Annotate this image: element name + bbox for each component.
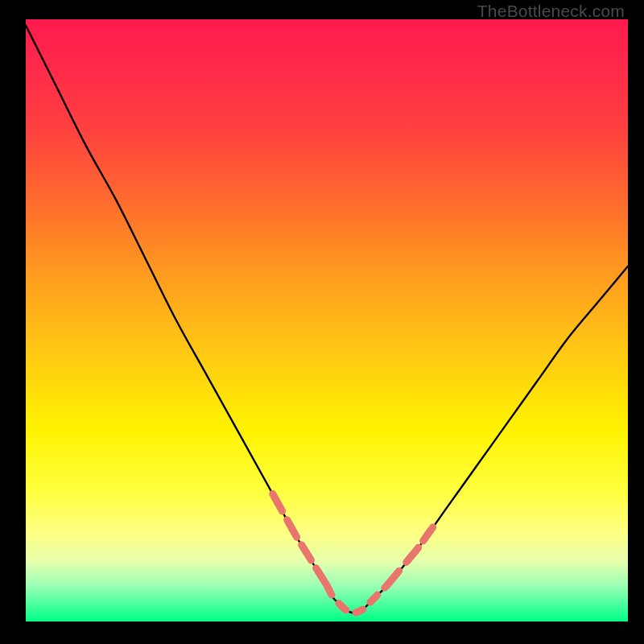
svg-line-29 xyxy=(431,527,433,530)
bottleneck-curve xyxy=(26,19,628,621)
dash-group xyxy=(327,585,387,613)
svg-line-40 xyxy=(375,595,378,597)
watermark-text: TheBottleneck.com xyxy=(477,2,625,21)
curve-path xyxy=(26,25,628,613)
svg-line-34 xyxy=(344,609,346,610)
svg-line-31 xyxy=(329,590,332,595)
svg-line-25 xyxy=(416,547,419,551)
svg-line-7 xyxy=(295,533,297,537)
plot-area xyxy=(26,19,628,621)
svg-line-37 xyxy=(361,609,363,610)
svg-line-11 xyxy=(309,556,312,560)
dash-group xyxy=(273,493,326,583)
svg-line-3 xyxy=(280,507,283,511)
chart-frame: TheBottleneck.com xyxy=(0,0,644,644)
svg-line-20 xyxy=(397,571,399,574)
dash-group xyxy=(387,527,433,585)
